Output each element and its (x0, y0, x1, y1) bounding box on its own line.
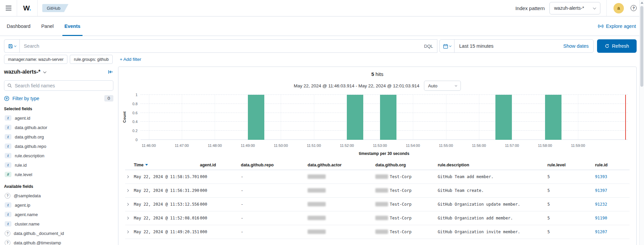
field-item[interactable]: ?@sampledata (4, 191, 113, 200)
scrollbar-thumb[interactable] (640, 6, 643, 87)
events-panel: 5 hits May 22, 2024 @ 11:46:03.914 - May… (118, 67, 637, 245)
time-range-value[interactable]: Last 15 minutes (454, 40, 558, 52)
x-tick-label: 11:51:00 (307, 144, 321, 148)
x-tick-label: 11:56:00 (472, 144, 486, 148)
breadcrumb-label: GitHub (47, 6, 60, 11)
expand-row-button[interactable] (125, 231, 134, 233)
x-tick-label: 11:50:00 (274, 144, 288, 148)
field-item[interactable]: tagent.id (4, 113, 113, 123)
table-row[interactable]: May 22, 2024 @ 11:49:20.151 000 - Test-C… (125, 225, 630, 239)
table-row[interactable]: May 22, 2024 @ 11:56:31.290 000 - Test-C… (125, 184, 630, 198)
table-row[interactable]: May 22, 2024 @ 11:52:08.016 000 - Test-C… (125, 211, 630, 225)
histogram-bar[interactable] (545, 95, 561, 140)
sidebar-index-pattern-select[interactable]: wazuh-alerts-* (4, 69, 46, 75)
field-item[interactable]: ?data.github.@timestamp (4, 238, 113, 245)
field-item[interactable]: trule.description (4, 151, 113, 160)
query-language-button[interactable]: DQL (424, 44, 433, 49)
index-pattern-value: wazuh-alerts-* (554, 5, 584, 11)
scroll-up-arrow-icon[interactable] (641, 2, 643, 4)
rule-id-link[interactable]: 91393 (595, 174, 630, 179)
tab-dashboard[interactable]: Dashboard (5, 16, 32, 36)
redacted-actor-value (308, 230, 326, 234)
filter-by-type-button[interactable]: Filter by type 0 (4, 95, 113, 101)
histogram-bar[interactable] (248, 95, 264, 140)
field-name: rule.level (15, 172, 32, 177)
cell-actor (308, 174, 375, 179)
histogram-chart[interactable]: Count 11:46:0011:47:0011:48:0011:49:0011… (118, 93, 636, 157)
histogram-bar[interactable] (347, 95, 363, 140)
field-item[interactable]: #rule.level (4, 170, 113, 179)
unknown-type-icon: ? (5, 193, 10, 199)
field-item[interactable]: trule.id (4, 160, 113, 170)
refresh-button[interactable]: Refresh (597, 39, 637, 53)
histogram-bar[interactable] (380, 95, 396, 140)
search-input[interactable] (24, 43, 420, 49)
chevron-down-icon (14, 44, 16, 47)
hits-count-row: 5 hits (118, 71, 636, 77)
expand-row-button[interactable] (125, 190, 134, 192)
field-item[interactable]: tagent.name (4, 210, 113, 219)
filter-pill-rule-groups[interactable]: rule.groups: github (70, 55, 113, 64)
date-range-text: May 22, 2024 @ 11:46:03.914 - May 22, 20… (294, 83, 420, 88)
field-item[interactable]: tdata.github.actor (4, 123, 113, 132)
cell-actor (308, 202, 375, 207)
column-header-level[interactable]: rule.level (547, 163, 595, 167)
table-row[interactable]: May 22, 2024 @ 11:53:12.556 000 - Test-C… (125, 198, 630, 211)
index-pattern-select[interactable]: wazuh-alerts-* (549, 2, 600, 14)
field-item[interactable]: tdata.github.org (4, 132, 113, 141)
collapse-sidebar-icon[interactable] (108, 70, 113, 74)
saved-queries-button[interactable] (4, 39, 19, 53)
x-gridline (413, 95, 413, 140)
string-type-icon: t (5, 115, 11, 121)
x-gridline (578, 95, 578, 140)
rule-id-link[interactable]: 91397 (595, 188, 630, 193)
x-gridline (215, 95, 215, 140)
filter-pill-manager-name[interactable]: manager.name: wazuh-server (4, 55, 67, 64)
rule-id-link[interactable]: 91190 (595, 216, 630, 220)
y-tick-label: 0.6 (132, 111, 138, 115)
expand-row-button[interactable] (125, 217, 134, 219)
show-dates-button[interactable]: Show dates (558, 40, 593, 52)
column-header-rule_id[interactable]: rule.id (595, 163, 630, 167)
column-header-time[interactable]: Time (134, 163, 200, 167)
field-item[interactable]: tagent.ip (4, 200, 113, 210)
cell-actor (308, 216, 375, 220)
radio-waves-icon (598, 24, 604, 29)
field-item[interactable]: tcluster.name (4, 219, 113, 229)
string-type-icon: t (5, 125, 11, 130)
expand-row-button[interactable] (125, 203, 134, 205)
tab-events[interactable]: Events (63, 16, 82, 36)
add-filter-button[interactable]: + Add filter (120, 57, 141, 62)
vertical-scrollbar[interactable] (639, 0, 644, 245)
cell-org: Test-Corp (375, 188, 438, 193)
hamburger-menu-icon[interactable] (0, 0, 17, 16)
field-search-input[interactable] (15, 83, 110, 88)
field-item[interactable]: ?data.github._document_id (4, 229, 113, 238)
wazuh-logo[interactable]: W. (17, 4, 37, 12)
breadcrumb[interactable]: GitHub (42, 4, 68, 12)
tab-panel[interactable]: Panel (40, 16, 55, 36)
avatar[interactable]: a (613, 3, 624, 13)
search-icon (7, 83, 12, 88)
column-header-org[interactable]: data.github.org (375, 163, 438, 167)
column-header-repo[interactable]: data.github.repo (241, 163, 308, 167)
field-name: data.github._document_id (14, 231, 64, 236)
table-row[interactable]: May 22, 2024 @ 11:58:15.701 000 - Test-C… (125, 170, 630, 184)
help-icon[interactable]: ? (631, 5, 637, 11)
filter-bar: manager.name: wazuh-server rule.groups: … (4, 55, 141, 64)
column-header-agent_id[interactable]: agent.id (200, 163, 241, 167)
string-type-icon: t (5, 212, 11, 217)
interval-select[interactable]: Auto (424, 81, 461, 91)
explore-agent-button[interactable]: Explore agent (598, 24, 639, 29)
column-header-description[interactable]: rule.description (438, 163, 547, 167)
column-header-actor[interactable]: data.github.actor (308, 163, 375, 167)
y-tick-label: 1 (136, 93, 138, 97)
cell-time: May 22, 2024 @ 11:53:12.556 (134, 202, 200, 207)
calendar-button[interactable] (440, 40, 454, 52)
histogram-bar[interactable] (495, 95, 512, 140)
redacted-actor-value (308, 188, 326, 193)
rule-id-link[interactable]: 91207 (595, 230, 630, 234)
field-item[interactable]: tdata.github.repo (4, 141, 113, 151)
expand-row-button[interactable] (125, 176, 134, 178)
rule-id-link[interactable]: 91232 (595, 202, 630, 207)
